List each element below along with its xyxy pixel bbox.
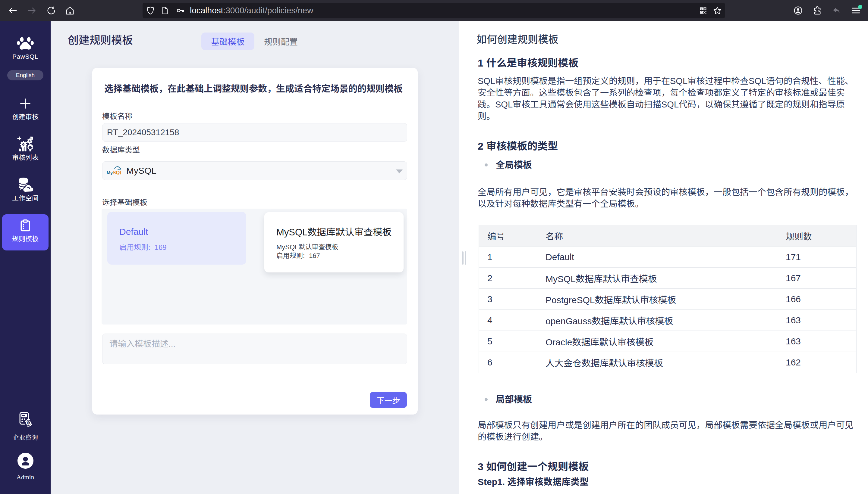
- svg-text:$: $: [28, 421, 30, 425]
- doc-paragraph-1: SQL审核规则模板是指一组预定义的规则，用于在SQL审核过程中检查SQL语句的合…: [478, 75, 861, 122]
- table-cell: Default: [537, 247, 777, 268]
- extensions-puzzle-icon[interactable]: [813, 6, 822, 15]
- url-path: :3000/audit/policies/new: [223, 6, 313, 15]
- sidebar-item-workspace[interactable]: 工作空间: [2, 174, 49, 210]
- template-name-value: RT_202405312158: [107, 128, 179, 137]
- sidebar-item-create-audit[interactable]: 创建审核: [2, 92, 49, 129]
- card-divider: [92, 108, 418, 108]
- handle-bar: [465, 251, 466, 265]
- enabled-rules: 启用规则:167: [276, 252, 320, 260]
- table-row: 6人大金仓数据库默认审核模板162: [479, 352, 856, 373]
- language-toggle-button[interactable]: English: [7, 70, 43, 80]
- doc-heading-3: 3 如何创建一个规则模板: [478, 460, 589, 473]
- enterprise-consult-label[interactable]: 企业咨询: [0, 433, 51, 442]
- table-header-row: 编号 名称 规则数: [479, 225, 856, 247]
- url-host: localhost: [190, 6, 223, 15]
- doc-title: 如何创建规则模板: [476, 33, 559, 46]
- tab-basic-template[interactable]: 基础模板: [201, 33, 254, 50]
- table-row: 1Default171: [479, 247, 856, 268]
- footer-divider: [92, 379, 418, 379]
- doc-title-divider: [459, 55, 868, 55]
- table-cell: 162: [777, 352, 856, 373]
- sidebar-item-rule-templates[interactable]: 规则模板: [2, 214, 49, 250]
- table-cell: MySQL数据库默认审查模板: [537, 268, 777, 289]
- doc-bullet-global: 全局模板: [496, 159, 532, 171]
- table-row: 3PostgreSQL数据库默认审核模板166: [479, 289, 856, 310]
- doc-step1-heading: Step1. 选择审核数据库类型: [478, 476, 589, 488]
- table-row: 2MySQL数据库默认审查模板167: [479, 268, 856, 289]
- reload-icon[interactable]: [47, 6, 56, 15]
- main-content: 创建规则模板 基础模板 规则配置 选择基础模板，在此基础上调整规则参数，生成适合…: [51, 21, 459, 494]
- shield-icon[interactable]: [146, 6, 155, 15]
- sidebar-item-audit-list[interactable]: 审核列表: [2, 133, 49, 169]
- enabled-rules-label: 启用规则:: [276, 252, 305, 260]
- db-type-select[interactable]: My SQL MySQL: [102, 162, 407, 180]
- template-card-default[interactable]: Default 启用规则:169: [107, 212, 246, 265]
- svg-text:SQL: SQL: [113, 170, 122, 175]
- template-form-card: 选择基础模板，在此基础上调整规则参数，生成适合特定场景的的规则模板 模板名称 R…: [92, 68, 418, 415]
- base-template-label: 选择基础模板: [102, 198, 147, 207]
- bullet-dot-local: [485, 398, 488, 401]
- table-cell: 4: [479, 310, 537, 331]
- home-icon[interactable]: [65, 6, 75, 15]
- template-name-input[interactable]: RT_202405312158: [102, 123, 407, 142]
- help-doc-panel: 如何创建规则模板 1 什么是审核规则模板 SQL审核规则模板是指一组预定义的规则…: [459, 21, 868, 494]
- page-info-icon[interactable]: [161, 6, 169, 15]
- account-icon[interactable]: [793, 6, 803, 15]
- sidebar: PawSQL English 创建审核: [0, 21, 51, 494]
- undo-arrow-icon[interactable]: [831, 5, 842, 16]
- url-text: localhost:3000/audit/policies/new: [190, 3, 313, 18]
- template-card-mysql[interactable]: MySQL数据库默认审查模板 MySQL默认审查模板 启用规则:167: [264, 212, 403, 272]
- template-desc: MySQL默认审查模板: [276, 243, 338, 251]
- templates-table: 编号 名称 规则数 1Default171 2MySQL数据库默认审查模板167…: [478, 225, 856, 373]
- col-name: 名称: [537, 225, 777, 247]
- next-step-button[interactable]: 下一步: [370, 392, 407, 408]
- url-bar[interactable]: localhost:3000/audit/policies/new: [143, 3, 725, 18]
- pawsql-logo-icon: [0, 33, 51, 52]
- audit-gears-icon: [17, 133, 34, 155]
- plus-icon: [18, 92, 32, 115]
- table-cell: 163: [777, 331, 856, 352]
- page-title: 创建规则模板: [68, 34, 133, 47]
- clipboard-icon: [19, 214, 32, 236]
- table-cell: 166: [777, 289, 856, 310]
- template-description-textarea[interactable]: 请输入模板描述...: [102, 334, 407, 364]
- qr-scan-icon[interactable]: [699, 6, 707, 15]
- doc-bullet-local: 局部模板: [496, 394, 532, 405]
- template-name: MySQL数据库默认审查模板: [276, 227, 392, 238]
- tab-rule-config[interactable]: 规则配置: [254, 33, 307, 50]
- enabled-rules-label: 启用规则:: [119, 243, 150, 251]
- template-name-label: 模板名称: [102, 112, 132, 121]
- brand-name: PawSQL: [0, 53, 51, 60]
- database-cloud-icon: [17, 174, 34, 196]
- browser-toolbar: localhost:3000/audit/policies/new: [0, 0, 868, 21]
- db-type-label: 数据库类型: [102, 146, 140, 154]
- col-rule-count: 规则数: [777, 225, 856, 247]
- panel-resize-handle[interactable]: [462, 251, 466, 265]
- card-header-text: 选择基础模板，在此基础上调整规则参数，生成适合特定场景的的规则模板: [104, 82, 406, 95]
- enterprise-consult-icon[interactable]: $: [0, 411, 51, 429]
- enabled-rules-count: 169: [155, 243, 167, 251]
- doc-heading-2: 2 审核模板的类型: [478, 139, 558, 153]
- col-id: 编号: [479, 225, 537, 247]
- enabled-rules-count: 167: [309, 252, 320, 260]
- table-cell: 1: [479, 247, 537, 268]
- table-cell: 3: [479, 289, 537, 310]
- user-avatar[interactable]: [0, 453, 51, 469]
- db-type-value: MySQL: [126, 166, 157, 176]
- table-cell: 人大金仓数据库默认审核模板: [537, 352, 777, 373]
- table-cell: openGauss数据库默认审核模板: [537, 310, 777, 331]
- forward-icon[interactable]: [26, 5, 37, 16]
- table-cell: PostgreSQL数据库默认审核模板: [537, 289, 777, 310]
- key-icon[interactable]: [176, 6, 185, 15]
- table-row: 4openGauss数据库默认审核模板163: [479, 310, 856, 331]
- back-icon[interactable]: [8, 5, 18, 16]
- handle-bar: [462, 251, 464, 265]
- bullet-dot-global: [485, 164, 488, 167]
- table-cell: 163: [777, 310, 856, 331]
- table-cell: 5: [479, 331, 537, 352]
- bookmark-star-icon[interactable]: [713, 6, 722, 15]
- user-name-label[interactable]: Admin: [0, 474, 51, 481]
- chevron-down-icon: [396, 170, 403, 173]
- template-name: Default: [119, 226, 148, 237]
